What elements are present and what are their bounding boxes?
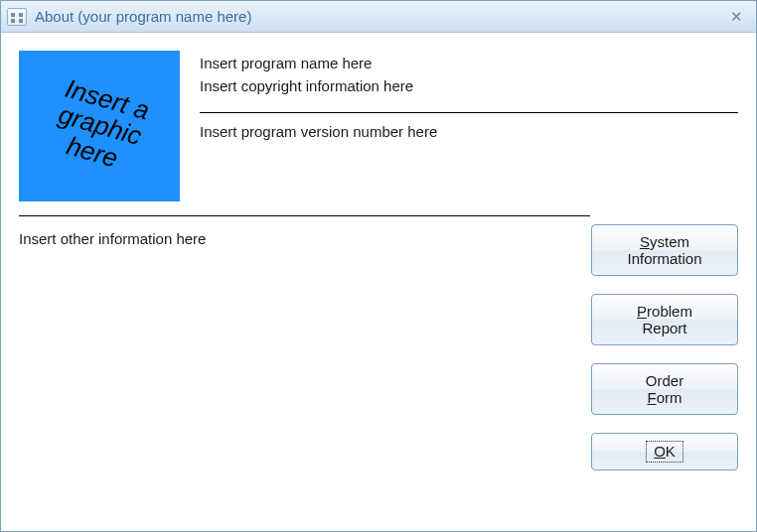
order-form-button[interactable]: Order Form [591,363,738,415]
program-name-label: Insert program name here [200,55,738,71]
system-information-button[interactable]: System Information [591,224,738,276]
divider-2 [19,215,590,216]
dialog-content: Insert a graphic here Insert program nam… [1,33,756,531]
copyright-label: Insert copyright information here [200,77,738,94]
divider-1 [200,112,738,113]
window-title: About (your program name here) [35,8,722,25]
graphic-text: Insert a graphic here [47,75,152,178]
graphic-placeholder: Insert a graphic here [19,51,180,201]
ok-button[interactable]: OK [591,433,738,470]
info-column: Insert program name here Insert copyrigh… [200,51,738,146]
version-label: Insert program version number here [200,123,738,140]
form-icon [7,8,27,26]
button-column: System Information Problem Report Order … [591,224,738,470]
about-dialog: About (your program name here) ✕ Insert … [0,0,757,532]
problem-report-button[interactable]: Problem Report [591,294,738,345]
close-icon[interactable]: ✕ [722,8,750,26]
other-info-label: Insert other information here [19,226,571,470]
titlebar: About (your program name here) ✕ [1,1,756,33]
top-row: Insert a graphic here Insert program nam… [19,51,738,201]
lower-row: Insert other information here System Inf… [19,226,738,470]
